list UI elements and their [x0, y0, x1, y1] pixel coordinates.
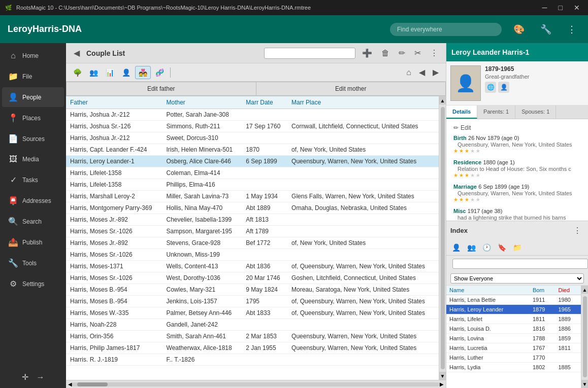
- index-row[interactable]: Harris, Leroy Leander18791965: [446, 305, 581, 314]
- scroll-right-button[interactable]: ▶: [440, 381, 444, 387]
- descendant-view-button[interactable]: 📊: [103, 66, 117, 79]
- index-cell-born: 1879: [530, 305, 556, 314]
- table-row[interactable]: Harris, Leroy Leander-1Osberg, Alice Cla…: [66, 156, 439, 167]
- scroll-up-button[interactable]: ▲: [439, 96, 446, 104]
- pedigree-view-button[interactable]: 🌳: [70, 66, 85, 79]
- sidebar-item-addresses[interactable]: 📮 Addresses: [2, 191, 64, 210]
- table-row[interactable]: Harris, Lifelet-1358Phillips, Elma-416: [66, 179, 439, 191]
- couple-view-button[interactable]: 💑: [135, 66, 151, 79]
- vertical-scrollbar[interactable]: ▲ ▼: [439, 96, 446, 380]
- table-row[interactable]: Harris, Noah-228Gandell, Janet-242: [66, 319, 439, 331]
- edit-father-button[interactable]: Edit father: [66, 82, 256, 96]
- sidebar-item-sources[interactable]: 📄 Sources: [2, 129, 64, 149]
- find-everywhere-input[interactable]: [390, 23, 502, 36]
- scissors-button[interactable]: ✂: [412, 47, 423, 59]
- table-row[interactable]: Harris, Marshall Leroy-2Miller, Sarah La…: [66, 191, 439, 202]
- table-row[interactable]: Harris, Philip James-1817Weatherwax, Ali…: [66, 342, 439, 354]
- table-row[interactable]: Harris, Joshua Sr.-126Simmons, Ruth-2111…: [66, 121, 439, 132]
- more-options-button[interactable]: ⋮: [563, 22, 580, 37]
- minimize-button[interactable]: ─: [539, 3, 550, 13]
- tab-spouses[interactable]: Spouses: 1: [515, 105, 556, 119]
- back-nav-button[interactable]: ◀: [416, 65, 428, 79]
- index-row[interactable]: Harris, Luther1770: [446, 353, 581, 363]
- index-search-input[interactable]: [452, 259, 588, 269]
- sidebar-item-tools[interactable]: 🔧 Tools: [2, 253, 64, 273]
- index-row[interactable]: Harris, Lovina17881859: [446, 334, 581, 343]
- sidebar-item-publish[interactable]: 📤 Publish: [2, 232, 64, 252]
- table-row[interactable]: Harris, Joshua Jr.-212Potter, Sarah Jane…: [66, 109, 439, 121]
- table-row[interactable]: Harris, Orin-356Smith, Sarah Ann-4612 Ma…: [66, 331, 439, 342]
- close-button[interactable]: ✕: [571, 3, 583, 13]
- pencil-icon: ✏: [453, 124, 459, 131]
- table-row[interactable]: Harris, Capt. Leander F.-424Irish, Helen…: [66, 144, 439, 156]
- star2: ★: [459, 197, 464, 202]
- sidebar-item-tasks[interactable]: ✓ Tasks: [2, 170, 64, 190]
- add-person-button[interactable]: ✛: [20, 370, 30, 384]
- table-row[interactable]: Harris, Moses W.-335Palmer, Betsey Ann-4…: [66, 307, 439, 319]
- tab-details[interactable]: Details: [446, 105, 477, 119]
- publish-icon: 📤: [8, 237, 18, 247]
- table-row[interactable]: Harris, Joshua Jr.-212Sweet, Dorcus-310: [66, 132, 439, 144]
- table-row[interactable]: Harris, Lifelet-1358Coleman, Elma-414: [66, 167, 439, 179]
- tab-parents[interactable]: Parents: 1: [477, 105, 515, 119]
- table-row[interactable]: Harris, Moses Sr.-1026Unknown, Miss-199: [66, 249, 439, 261]
- index-scroll-up[interactable]: ▲: [581, 286, 588, 294]
- edit-mother-button[interactable]: Edit mother: [256, 82, 446, 96]
- add-couple-button[interactable]: ➕: [360, 47, 375, 59]
- edit-couple-button[interactable]: ✏: [396, 47, 408, 59]
- index-row[interactable]: Harris, Louisa D.18161886: [446, 324, 581, 334]
- sidebar-item-home[interactable]: ⌂ Home: [2, 46, 64, 65]
- index-scroll-down[interactable]: ▼: [581, 380, 588, 388]
- color-palette-button[interactable]: 🎨: [509, 22, 529, 37]
- dna-view-button[interactable]: 🧬: [152, 66, 167, 79]
- person-action-icon[interactable]: 👤: [498, 82, 509, 93]
- home-nav-button[interactable]: ⌂: [403, 66, 414, 79]
- family-view-button[interactable]: 👥: [86, 66, 101, 79]
- more-couple-button[interactable]: ⋮: [428, 47, 441, 59]
- index-tab-person[interactable]: 👤: [449, 242, 463, 253]
- table-row[interactable]: Harris. R. J.-1819F.. T.-1826: [66, 354, 439, 366]
- index-row[interactable]: Harris, Lifelet18111889: [446, 314, 581, 324]
- tools-button[interactable]: 🔧: [536, 22, 556, 37]
- scroll-down-button[interactable]: ▼: [439, 372, 446, 380]
- index-scroll-thumb: [583, 296, 587, 377]
- index-tab-history[interactable]: 🕐: [480, 242, 494, 253]
- sidebar-item-media[interactable]: 🖼 Media: [2, 150, 64, 169]
- forward-nav-button[interactable]: ▶: [430, 65, 442, 79]
- table-row[interactable]: Harris, Moses-1371Wells, Content-413Abt …: [66, 261, 439, 272]
- index-row[interactable]: Harris, Lucretia17671811: [446, 343, 581, 353]
- table-row[interactable]: Harris, Moses B.-954Cowles, Mary-3219 Ma…: [66, 284, 439, 296]
- detail-place: had a lightening strike that burned his …: [453, 215, 581, 221]
- collapse-sidebar-button[interactable]: ◀: [71, 47, 82, 59]
- maximize-button[interactable]: □: [556, 3, 566, 13]
- edit-person-button[interactable]: ✏ Edit: [449, 122, 585, 133]
- sidebar-item-search[interactable]: 🔍 Search: [2, 211, 64, 231]
- index-tab-folder[interactable]: 📁: [510, 242, 524, 253]
- globe-icon[interactable]: 🌐: [485, 82, 496, 93]
- sidebar-item-file[interactable]: 📁 File: [2, 66, 64, 86]
- person-view-button[interactable]: 👤: [119, 66, 134, 79]
- table-row[interactable]: Harris, Moses B.-954Jenkins, Lois-135717…: [66, 296, 439, 307]
- sidebar-item-people[interactable]: 👤 People: [2, 87, 64, 107]
- index-vertical-scrollbar[interactable]: ▲ ▼: [581, 286, 588, 388]
- index-filter-select[interactable]: Show Everyone: [450, 273, 584, 284]
- index-tab-bookmark[interactable]: 🔖: [495, 242, 509, 253]
- delete-couple-button[interactable]: 🗑: [379, 47, 392, 59]
- sidebar-item-places[interactable]: 📍 Places: [2, 108, 64, 128]
- table-row[interactable]: Harris, Moses Sr.-1026Sampson, Margaret-…: [66, 226, 439, 237]
- star4: ★: [470, 148, 475, 154]
- cell-marr_date: Aft 1789: [242, 226, 287, 237]
- table-row[interactable]: Harris, Moses Sr.-1026West, Dorothy-1036…: [66, 272, 439, 284]
- table-row[interactable]: Harris, Moses Jr.-892Stevens, Grace-928B…: [66, 237, 439, 249]
- couple-search-input[interactable]: [264, 48, 355, 59]
- scroll-left-button[interactable]: ◀: [68, 381, 72, 387]
- sidebar-item-settings[interactable]: ⚙ Settings: [2, 274, 64, 294]
- index-row[interactable]: Harris, Lena Bettie19111980: [446, 295, 581, 305]
- table-row[interactable]: Harris, Moses Jr.-892Chevelier, Isabella…: [66, 214, 439, 226]
- index-tab-couple[interactable]: 👥: [465, 242, 478, 253]
- index-row[interactable]: Harris, Lydia18021885: [446, 363, 581, 372]
- navigate-button[interactable]: →: [35, 370, 47, 384]
- horizontal-scrollbar[interactable]: ◀ ▶: [66, 380, 446, 388]
- index-more-button[interactable]: ⋮: [571, 224, 584, 237]
- table-row[interactable]: Harris, Montgomery Parry-369Hollis, Nina…: [66, 202, 439, 214]
